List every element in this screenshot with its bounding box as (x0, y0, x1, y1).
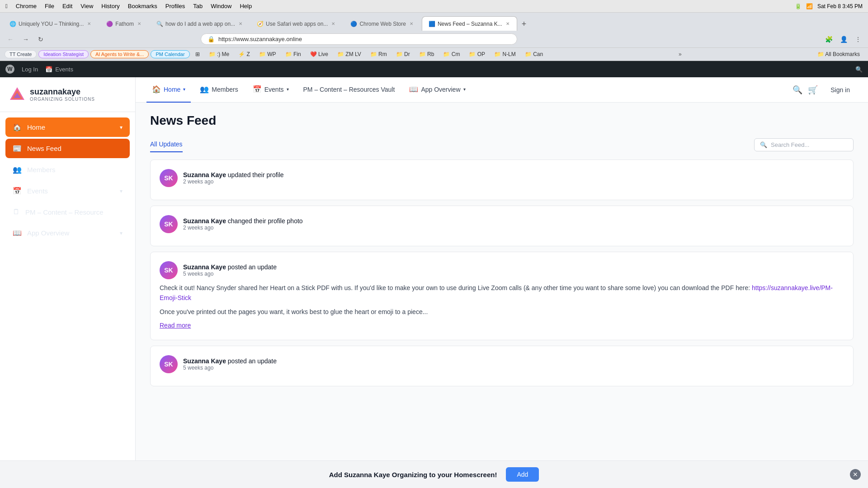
top-nav-pm-content[interactable]: PM – Content – Resources Vault (298, 77, 401, 103)
tab-title: Uniquely YOU – Thinking... (19, 21, 84, 27)
author-name: Suzanna Kaye (183, 357, 226, 365)
forward-button[interactable]: → (20, 34, 32, 45)
feed-link-3[interactable]: https://suzannakaye.live/PM-Emoji-Stick (160, 284, 833, 301)
tab-uniquely[interactable]: 🌐 Uniquely YOU – Thinking... ✕ (3, 16, 99, 31)
wp-login-link[interactable]: Log In (22, 66, 38, 73)
top-nav-events[interactable]: 📅 Events ▾ (247, 77, 294, 103)
read-more-link-3[interactable]: Read more (160, 320, 191, 330)
tab-favicon: 🟦 (429, 21, 435, 27)
bookmark-cm[interactable]: 📁 Cm (439, 50, 463, 59)
new-tab-button[interactable]: + (518, 18, 530, 31)
feed-meta-2: Suzanna Kaye changed their profile photo… (183, 217, 303, 231)
wp-logo-link[interactable]: W (5, 65, 14, 74)
feed-search-placeholder: Search Feed... (771, 141, 809, 148)
tab-close-icon[interactable]: ✕ (137, 20, 142, 27)
menu-window[interactable]: Window (211, 3, 231, 9)
menu-edit[interactable]: Edit (62, 3, 72, 9)
banner-close-button[interactable]: ✕ (850, 469, 861, 480)
feed-meta-3: Suzanna Kaye posted an update 5 weeks ag… (183, 263, 277, 277)
bookmark-can[interactable]: 📁 Can (521, 50, 547, 59)
app-name[interactable]: Chrome (16, 3, 37, 9)
menu-history[interactable]: History (101, 3, 119, 9)
feed-card-1-header: SK Suzanna Kaye updated their profile 2 … (160, 169, 844, 187)
chevron-down-icon: ▾ (120, 124, 123, 131)
tab-close-icon[interactable]: ✕ (330, 20, 336, 27)
bookmark-ideation-strategist[interactable]: Ideation Strategist (38, 50, 89, 58)
wp-search-icon[interactable]: 🔍 (855, 66, 863, 73)
menu-file[interactable]: File (45, 3, 54, 9)
sidebar: suzannakaye ORGANIZING SOLUTIONS 🏠 Home … (0, 77, 136, 486)
tab-howdo[interactable]: 🔍 how do I add a web app on... ✕ (150, 16, 249, 31)
bookmark-fin[interactable]: 📁 Fin (282, 50, 305, 59)
all-bookmarks[interactable]: 📁 All Bookmarks (814, 50, 863, 59)
tab-close-icon[interactable]: ✕ (86, 20, 92, 27)
tab-close-icon[interactable]: ✕ (238, 20, 243, 27)
reload-button[interactable]: ↻ (35, 34, 46, 45)
login-label: Log In (22, 66, 38, 73)
bookmark-wp[interactable]: 📁 WP (255, 50, 280, 59)
bookmark-zmlv[interactable]: 📁 ZM LV (334, 50, 365, 59)
tab-safari[interactable]: 🧭 Use Safari web apps on... ✕ (250, 16, 343, 31)
bookmark-dr[interactable]: 📁 Dr (392, 50, 414, 59)
logo-text-area: suzannakaye ORGANIZING SOLUTIONS (30, 87, 95, 102)
top-nav-members[interactable]: 👥 Members (194, 77, 243, 103)
bookmark-op[interactable]: 📁 OP (465, 50, 489, 59)
apple-icon[interactable]:  (5, 3, 8, 9)
menu-tab[interactable]: Tab (193, 3, 203, 9)
sidebar-item-news-feed[interactable]: 📰 News Feed (5, 139, 130, 158)
menu-view[interactable]: View (80, 3, 93, 9)
back-button[interactable]: ← (5, 34, 16, 45)
feed-time-4: 5 weeks ago (183, 365, 277, 371)
sidebar-nav: 🏠 Home ▾ 📰 News Feed 👥 Members 📅 Events … (5, 117, 130, 243)
bookmark-pm-calendar[interactable]: PM Calendar (151, 50, 189, 58)
profile-icon[interactable]: 👤 (838, 34, 850, 44)
bookmark-rm[interactable]: 📁 Rm (367, 50, 391, 59)
top-nav-events-label: Events (264, 86, 284, 93)
battery-icon: 🔋 (795, 3, 802, 9)
chevron-down-icon: ▾ (120, 230, 123, 236)
address-bar-row: ← → ↻ 🔒 https://www.suzannakaye.online 🧩… (0, 31, 868, 47)
top-nav-home[interactable]: 🏠 Home ▾ (146, 77, 191, 103)
top-nav: 🏠 Home ▾ 👥 Members 📅 Events ▾ PM – Conte… (136, 77, 868, 103)
sidebar-item-events[interactable]: 📅 Events ▾ (5, 181, 130, 201)
bookmark-tt-create[interactable]: TT Create (5, 50, 37, 58)
more-options-icon[interactable]: ⋮ (853, 34, 863, 44)
avatar-3: SK (160, 261, 178, 279)
search-icon[interactable]: 🔍 (793, 85, 802, 95)
bookmark-ai-agents[interactable]: AI Agents to Write &... (90, 50, 149, 58)
menu-profiles[interactable]: Profiles (165, 3, 185, 9)
cart-icon[interactable]: 🛒 (808, 85, 818, 95)
sidebar-item-members[interactable]: 👥 Members (5, 160, 130, 179)
tab-newsfeed[interactable]: 🟦 News Feed – Suzanna K... ✕ (422, 16, 517, 31)
banner-add-button[interactable]: Add (506, 467, 539, 482)
sidebar-item-pm-content[interactable]: 🗒 PM – Content – Resource (5, 202, 130, 221)
feed-card-4: SK Suzanna Kaye posted an update 5 weeks… (150, 346, 854, 386)
extensions-icon[interactable]: 🧩 (823, 34, 835, 44)
tab-close-icon[interactable]: ✕ (409, 20, 414, 27)
tab-title: how do I add a web app on... (165, 21, 235, 27)
sign-in-button[interactable]: Sign in (823, 84, 857, 96)
bookmark-nlm[interactable]: 📁 N-LM (491, 50, 519, 59)
menu-help[interactable]: Help (240, 3, 252, 9)
feed-tab-all-updates[interactable]: All Updates (150, 137, 183, 152)
bookmark-me[interactable]: 📁 :) Me (205, 50, 233, 59)
wp-events-link[interactable]: 📅 Events (45, 66, 73, 73)
mac-menu-bar:  Chrome File Edit View History Bookmark… (5, 3, 252, 9)
address-bar[interactable]: 🔒 https://www.suzannakaye.online (201, 33, 517, 45)
tab-chrome-store[interactable]: 🔵 Chrome Web Store ✕ (344, 16, 421, 31)
menu-bookmarks[interactable]: Bookmarks (128, 3, 157, 9)
top-nav-app-overview[interactable]: 📖 App Overview ▾ (404, 77, 471, 103)
bookmark-live[interactable]: ❤️ Live (307, 50, 332, 59)
feed-card-3-header: SK Suzanna Kaye posted an update 5 weeks… (160, 261, 844, 279)
feed-search[interactable]: 🔍 Search Feed... (754, 138, 854, 151)
sidebar-item-home[interactable]: 🏠 Home ▾ (5, 117, 130, 137)
sidebar-item-app-overview[interactable]: 📖 App Overview ▾ (5, 223, 130, 243)
more-bookmarks-button[interactable]: » (675, 50, 685, 59)
bookmarks-bar: TT Create Ideation Strategist AI Agents … (0, 47, 868, 61)
bookmark-z[interactable]: ⚡ Z (235, 50, 254, 59)
logo-tagline: ORGANIZING SOLUTIONS (30, 97, 95, 102)
tab-close-icon[interactable]: ✕ (505, 20, 510, 27)
bookmark-grid-icon[interactable]: ⊞ (192, 50, 203, 59)
bookmark-rb[interactable]: 📁 Rb (415, 50, 438, 59)
tab-fathom[interactable]: 🟣 Fathom ✕ (99, 16, 149, 31)
